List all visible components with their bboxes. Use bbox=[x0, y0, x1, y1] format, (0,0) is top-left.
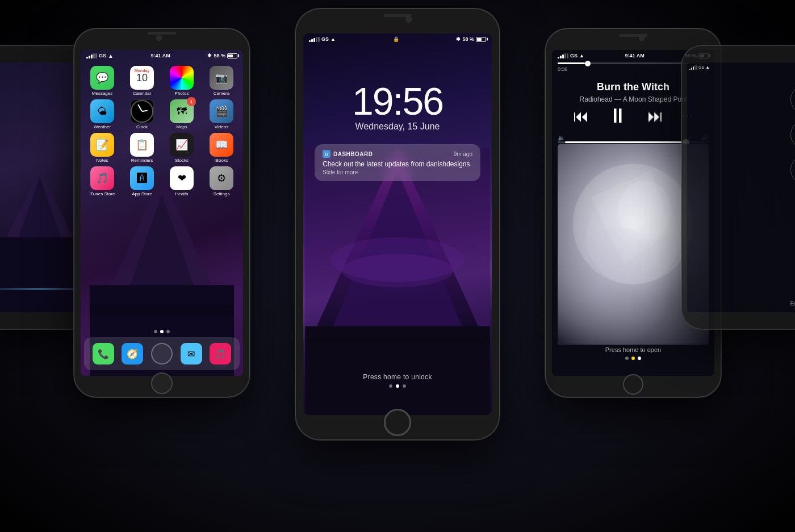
p4-page-dots bbox=[552, 357, 714, 360]
dock-phone[interactable]: 📞 bbox=[93, 343, 114, 365]
app-clock[interactable]: Clock bbox=[124, 99, 160, 129]
p2-signal bbox=[86, 53, 97, 58]
lock-date: Wednesday, 15 June bbox=[303, 122, 492, 132]
svg-point-18 bbox=[618, 181, 671, 241]
p2-apps-grid: 💬 Messages Monday 10 Calendar Photos 📷 C… bbox=[81, 62, 243, 200]
p5-wifi-icon: ▲ bbox=[705, 65, 710, 70]
app-calendar-label: Calendar bbox=[133, 91, 151, 96]
notif-subtitle: Slide for more bbox=[323, 169, 472, 175]
notif-title: Check out the latest updates from danish… bbox=[323, 160, 472, 168]
app-calendar-icon: Monday 10 bbox=[130, 66, 154, 90]
app-camera-label: Camera bbox=[214, 91, 229, 96]
notif-header: G DASHBOARD 9m ago bbox=[323, 150, 472, 158]
phone-2-home: GS ▲ 9:41 AM ✱ 58 % 💬 Messages Monday 10 bbox=[74, 28, 250, 397]
passcode-4[interactable]: 4 GHI bbox=[790, 120, 795, 149]
rewind-button[interactable]: ⏮ bbox=[573, 107, 589, 125]
app-reminders[interactable]: 📋 Reminders bbox=[124, 133, 160, 163]
app-health-icon: ❤ bbox=[170, 166, 194, 190]
app-stocks[interactable]: 📈 Stocks bbox=[164, 133, 200, 163]
play-pause-button[interactable]: ⏸ bbox=[608, 104, 628, 128]
p3-dot-2 bbox=[396, 384, 399, 388]
p4-progress-thumb[interactable] bbox=[585, 61, 591, 66]
dock-safari[interactable]: 🧭 bbox=[122, 343, 143, 365]
app-maps-icon: 🗺 1 bbox=[170, 99, 194, 123]
passcode-7[interactable]: 7 PQRS bbox=[790, 156, 795, 184]
p2-home-btn[interactable] bbox=[151, 372, 173, 394]
p5-bg bbox=[687, 62, 795, 312]
emergency-button[interactable]: Emergency bbox=[790, 300, 795, 307]
p3-page-dots bbox=[303, 384, 492, 388]
fastforward-button[interactable]: ⏭ bbox=[647, 107, 663, 125]
passcode-numbers: 1 4 GHI 7 PQRS bbox=[790, 85, 795, 184]
app-videos-label: Videos bbox=[215, 124, 228, 129]
lock-unlock-text: Press home to unlock bbox=[303, 373, 492, 381]
p3-home-btn[interactable] bbox=[384, 409, 411, 435]
app-appstore[interactable]: 🅰 App Store bbox=[124, 166, 160, 196]
dock-music[interactable]: 🎵 bbox=[210, 343, 231, 365]
notification-card[interactable]: G DASHBOARD 9m ago Check out the latest … bbox=[315, 144, 480, 181]
p5-carrier: GS bbox=[698, 65, 704, 69]
app-settings[interactable]: ⚙ Settings bbox=[203, 166, 240, 196]
maps-badge: 1 bbox=[187, 97, 196, 106]
p4-home-btn[interactable] bbox=[623, 374, 643, 395]
svg-point-17 bbox=[586, 191, 680, 284]
svg-marker-20 bbox=[591, 170, 672, 264]
dock-mail[interactable]: ✉ bbox=[181, 343, 202, 365]
app-maps-label: Maps bbox=[176, 124, 187, 129]
app-maps[interactable]: 🗺 1 Maps bbox=[164, 99, 200, 129]
p3-dot-3 bbox=[403, 384, 406, 388]
svg-rect-12 bbox=[305, 337, 489, 343]
app-itunes-label: iTunes Store bbox=[89, 191, 115, 196]
p5-status: GS ▲ bbox=[689, 65, 710, 70]
phone-2-screen: GS ▲ 9:41 AM ✱ 58 % 💬 Messages Monday 10 bbox=[81, 50, 243, 376]
passcode-1[interactable]: 1 bbox=[790, 85, 795, 114]
p3-signal bbox=[309, 37, 320, 42]
app-reminders-label: Reminders bbox=[131, 158, 153, 163]
app-ibooks[interactable]: 📖 iBooks bbox=[203, 133, 240, 163]
app-stocks-label: Stocks bbox=[175, 158, 189, 163]
app-settings-label: Settings bbox=[214, 191, 230, 196]
phone-3-screen: GS ▲ 🔒 ✱ 58 % 19:56 Wednesday, 15 June G… bbox=[303, 33, 492, 415]
svg-point-14 bbox=[342, 254, 453, 287]
p4-carrier: GS bbox=[570, 53, 578, 58]
p4-signal bbox=[558, 53, 568, 58]
app-health-label: Health bbox=[175, 191, 188, 196]
p3-wifi-icon: ▲ bbox=[330, 36, 336, 42]
p2-speaker bbox=[148, 32, 176, 35]
svg-point-16 bbox=[573, 164, 693, 284]
p3-battery-icon bbox=[476, 37, 486, 42]
app-photos[interactable]: Photos bbox=[164, 66, 200, 96]
p4-dot-2 bbox=[631, 357, 635, 360]
app-itunes[interactable]: 🎵 iTunes Store bbox=[84, 166, 120, 196]
p3-speaker bbox=[383, 14, 412, 17]
app-photos-icon bbox=[170, 66, 194, 90]
volume-fill bbox=[565, 141, 686, 143]
app-messages[interactable]: 💬 Messages bbox=[84, 66, 120, 96]
p4-wifi: ▲ bbox=[579, 53, 584, 58]
app-ibooks-icon: 📖 bbox=[210, 133, 233, 157]
app-camera-icon: 📷 bbox=[210, 66, 233, 90]
p3-battery-pct: 58 % bbox=[462, 36, 474, 42]
app-calendar[interactable]: Monday 10 Calendar bbox=[124, 66, 160, 96]
app-weather-icon: 🌤 bbox=[90, 99, 114, 123]
p3-dot-1 bbox=[389, 384, 392, 388]
p2-wifi: ▲ bbox=[108, 53, 114, 59]
app-clock-icon bbox=[130, 99, 154, 123]
p4-time: 9:41 AM bbox=[625, 53, 645, 58]
app-messages-icon: 💬 bbox=[90, 66, 114, 90]
dock-home-button[interactable] bbox=[151, 343, 173, 365]
app-notes[interactable]: 📝 Notes bbox=[84, 133, 120, 163]
p4-speaker bbox=[619, 34, 647, 37]
p2-time: 9:41 AM bbox=[151, 53, 170, 58]
app-clock-label: Clock bbox=[136, 124, 148, 129]
app-weather[interactable]: 🌤 Weather bbox=[84, 99, 120, 129]
p2-dock: 📞 🧭 ✉ 🎵 bbox=[84, 337, 240, 370]
app-health[interactable]: ❤ Health bbox=[164, 166, 200, 196]
app-weather-label: Weather bbox=[94, 124, 111, 129]
p2-dot-3 bbox=[166, 330, 170, 333]
app-videos[interactable]: 🎬 Videos bbox=[203, 99, 240, 129]
app-appstore-label: App Store bbox=[132, 191, 152, 196]
app-camera[interactable]: 📷 Camera bbox=[203, 66, 240, 96]
p2-battery-pct: 58 % bbox=[214, 53, 225, 58]
p4-time-current: 0:36 bbox=[558, 66, 568, 72]
